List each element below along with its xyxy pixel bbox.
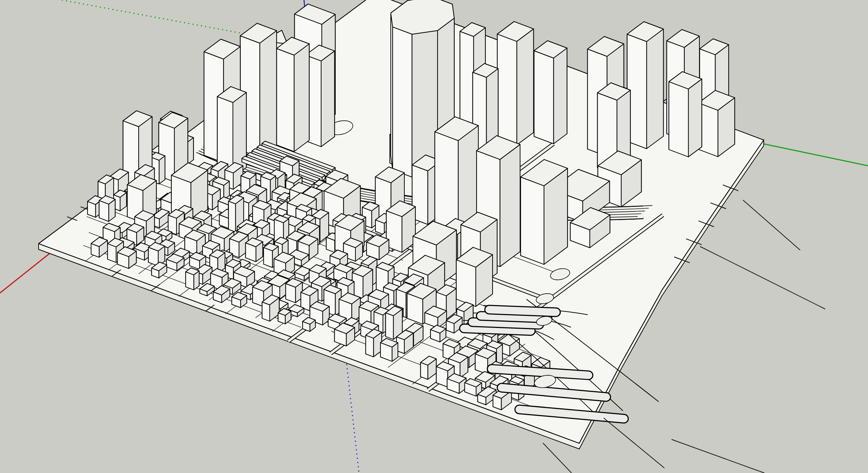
building[interactable] <box>99 196 115 221</box>
building-face <box>260 31 276 158</box>
3d-model-canvas[interactable] <box>0 0 868 473</box>
building-face <box>517 29 534 145</box>
building[interactable] <box>456 247 493 307</box>
street-line <box>489 310 556 312</box>
building[interactable] <box>246 238 263 262</box>
building[interactable] <box>534 41 567 144</box>
building-face <box>262 302 270 321</box>
building[interactable] <box>627 22 664 149</box>
building[interactable] <box>430 325 446 342</box>
building[interactable] <box>114 190 126 211</box>
building[interactable] <box>386 201 415 252</box>
building[interactable] <box>698 90 735 157</box>
building[interactable] <box>305 45 334 146</box>
building-face <box>456 260 476 307</box>
building-face <box>669 82 689 157</box>
building[interactable] <box>521 160 568 265</box>
building-face <box>159 156 165 184</box>
building-face <box>554 48 567 144</box>
building[interactable] <box>497 21 534 145</box>
building[interactable] <box>669 72 702 157</box>
building[interactable] <box>276 37 309 151</box>
building[interactable] <box>380 338 398 362</box>
building-face <box>386 313 394 340</box>
building-face <box>534 51 554 144</box>
building[interactable] <box>186 268 199 290</box>
building-face <box>521 177 544 265</box>
sketchup-viewport[interactable] <box>0 0 868 473</box>
building[interactable] <box>118 247 136 269</box>
building-face <box>229 201 236 232</box>
building-face <box>647 29 663 149</box>
building-face <box>294 44 309 152</box>
building[interactable] <box>352 265 373 299</box>
building-face <box>497 34 517 145</box>
building-face <box>366 335 374 357</box>
building-face <box>688 79 702 157</box>
building-face <box>321 51 335 147</box>
building[interactable] <box>148 243 165 266</box>
building[interactable] <box>286 278 303 303</box>
building-face <box>500 144 520 267</box>
building-face <box>393 27 412 177</box>
building[interactable] <box>366 329 382 357</box>
building-face <box>276 49 294 152</box>
